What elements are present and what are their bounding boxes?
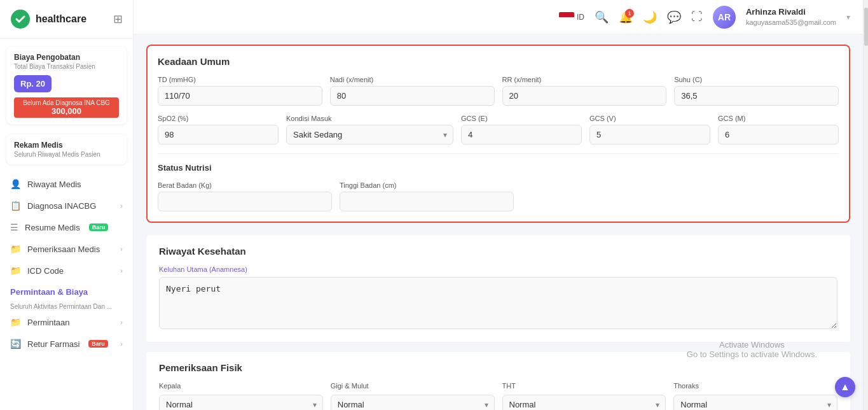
sidebar-logo: healthcare ⊞ <box>0 0 133 39</box>
new-badge-red: Baru <box>88 340 108 348</box>
folder-icon: 📋 <box>10 201 21 211</box>
nav-label: Diagnosa INACBG <box>27 201 96 211</box>
riwayat-kesehatan-section: Riwayat Kesehatan Keluhan Utama (Anamnes… <box>146 236 850 342</box>
gcs-e-label: GCS (E) <box>461 115 582 122</box>
gcs-e-group: GCS (E) <box>461 115 582 145</box>
dark-mode-icon[interactable]: 🌙 <box>643 10 657 24</box>
diagnosa-amount: 300,000 <box>19 106 114 116</box>
tinggi-input[interactable] <box>340 192 514 211</box>
nav-label: Retur Farmasi <box>27 339 79 349</box>
tinggi-label: Tinggi Badan (cm) <box>340 181 514 189</box>
nadi-label: Nadi (x/menit) <box>330 76 495 83</box>
list-icon: ☰ <box>10 222 18 232</box>
fullscreen-icon[interactable]: ⛶ <box>691 10 703 24</box>
user-info: Arhinza Rivaldi kaguyasama535@gmail.com <box>746 7 836 27</box>
rr-input[interactable] <box>502 86 667 106</box>
kepala-label: Kepala <box>159 382 323 390</box>
sidebar-item-permintaan[interactable]: 📁 Permintaan › <box>0 311 133 333</box>
sidebar-item-icd-code[interactable]: 📁 ICD Code › <box>0 260 133 281</box>
avatar[interactable]: AR <box>713 6 736 29</box>
gcs-v-input[interactable] <box>589 125 710 145</box>
tht-group: THT Normal Tidak Normal <box>502 382 666 410</box>
kepala-select[interactable]: Normal Tidak Normal <box>159 395 323 410</box>
scroll-to-top-button[interactable]: ▲ <box>835 377 855 397</box>
nav-label: Riwayat Medis <box>27 180 81 189</box>
chevron-right-icon: › <box>120 340 123 348</box>
spo2-label: SpO2 (%) <box>158 115 279 122</box>
kondisi-select-wrapper: Sakit Sedang Sakit Ringan Sakit Berat <box>286 125 453 145</box>
diagnosa-label: Belum Ada Diagnosa INA CBG 300,000 <box>14 97 119 118</box>
keadaan-umum-section: Keadaan Umum TD (mmHG) Nadi (x/menit) RR… <box>146 45 850 223</box>
sidebar-item-riwayat-medis[interactable]: 👤 Riwayat Medis <box>0 173 133 195</box>
thoraks-group: Thoraks Normal Tidak Normal <box>673 382 837 410</box>
td-input[interactable] <box>158 86 322 106</box>
rekam-subtitle: Seluruh Riwayat Medis Pasien <box>14 151 119 158</box>
lang-label: ID <box>577 13 584 22</box>
scrollbar[interactable] <box>863 0 868 410</box>
person-icon: 👤 <box>10 179 21 189</box>
notification-icon[interactable]: 🔔 1 <box>619 10 633 24</box>
gcs-m-label: GCS (M) <box>718 115 839 122</box>
biaya-subtitle: Total Biaya Transaksi Pasien <box>14 63 119 70</box>
user-name: Arhinza Rivaldi <box>746 7 836 18</box>
keluhan-label: Keluhan Utama (Anamnesa) <box>159 265 837 273</box>
keadaan-umum-title: Keadaan Umum <box>158 56 839 67</box>
logo-icon <box>10 9 31 29</box>
sidebar-item-permintaan-biaya[interactable]: Permintaan & Biaya Seluruh Aktivitas Per… <box>0 281 133 311</box>
chat-icon[interactable]: 💬 <box>667 10 681 24</box>
sidebar-item-resume-medis[interactable]: ☰ Resume Medis Baru <box>0 216 133 238</box>
keluhan-textarea[interactable]: Nyeri perut <box>159 277 837 329</box>
gcs-m-input[interactable] <box>718 125 839 145</box>
tht-select[interactable]: Normal Tidak Normal <box>502 395 666 410</box>
kondisi-group: Kondisi Masuk Sakit Sedang Sakit Ringan … <box>286 115 453 145</box>
gigi-mulut-select-wrapper: Normal Tidak Normal <box>331 395 495 410</box>
thoraks-select-wrapper: Normal Tidak Normal <box>673 395 837 410</box>
language-selector[interactable]: ID <box>559 12 584 22</box>
folder2-icon: 📁 <box>10 244 21 254</box>
sidebar: healthcare ⊞ Biaya Pengobatan Total Biay… <box>0 0 134 410</box>
berat-label: Berat Badan (Kg) <box>158 181 332 189</box>
biaya-pengobatan-card: Biaya Pengobatan Total Biaya Transaksi P… <box>6 46 127 124</box>
permintaan-biaya-label: Permintaan & Biaya <box>10 287 88 297</box>
gigi-mulut-select[interactable]: Normal Tidak Normal <box>331 395 495 410</box>
berat-input[interactable] <box>158 192 332 211</box>
permintaan-biaya-subtitle: Seluruh Aktivitas Permintaan Dan ... <box>10 303 112 310</box>
main-wrapper: ID 🔍 🔔 1 🌙 💬 ⛶ AR Arhinza Rivaldi kaguya… <box>134 0 863 410</box>
nadi-input[interactable] <box>330 86 495 106</box>
sidebar-item-diagnosa-inacbg[interactable]: 📋 Diagnosa INACBG › <box>0 195 133 216</box>
nadi-group: Nadi (x/menit) <box>330 76 495 106</box>
sidebar-nav: 👤 Riwayat Medis 📋 Diagnosa INACBG › ☰ Re… <box>0 169 133 358</box>
gcs-v-group: GCS (V) <box>589 115 710 145</box>
spo2-group: SpO2 (%) <box>158 115 279 145</box>
biaya-amount: Rp. 20 <box>14 75 52 92</box>
gcs-m-group: GCS (M) <box>718 115 839 145</box>
tht-label: THT <box>502 382 666 390</box>
spo2-input[interactable] <box>158 125 279 145</box>
vitals-row2-grid: SpO2 (%) Kondisi Masuk Sakit Sedang Saki… <box>158 115 839 145</box>
suhu-label: Suhu (C) <box>674 76 839 83</box>
suhu-input[interactable] <box>674 86 839 106</box>
sidebar-item-pemeriksaan-medis[interactable]: 📁 Pemeriksaan Medis › <box>0 238 133 260</box>
nav-label: Pemeriksaan Medis <box>27 244 100 254</box>
td-label: TD (mmHG) <box>158 76 322 83</box>
rr-label: RR (x/menit) <box>502 76 667 83</box>
new-badge: Baru <box>89 223 109 231</box>
biaya-title: Biaya Pengobatan <box>14 53 119 62</box>
chevron-right-icon: › <box>120 267 123 274</box>
thoraks-select[interactable]: Normal Tidak Normal <box>673 395 837 410</box>
rr-group: RR (x/menit) <box>502 76 667 106</box>
grid-icon[interactable]: ⊞ <box>113 12 123 26</box>
pemeriksaan-fisik-section: Pemeriksaan Fisik Kepala Normal Tidak No… <box>146 352 850 410</box>
sidebar-item-retur-farmasi[interactable]: 🔄 Retur Farmasi Baru › <box>0 333 133 355</box>
berat-group: Berat Badan (Kg) <box>158 181 332 211</box>
kepala-select-wrapper: Normal Tidak Normal <box>159 395 323 410</box>
nav-label: ICD Code <box>27 266 64 276</box>
flag-icon <box>559 12 574 22</box>
scrollbar-thumb[interactable] <box>864 8 868 46</box>
kondisi-select[interactable]: Sakit Sedang Sakit Ringan Sakit Berat <box>286 125 453 145</box>
search-icon[interactable]: 🔍 <box>595 10 609 24</box>
riwayat-title: Riwayat Kesehatan <box>159 246 837 257</box>
gcs-e-input[interactable] <box>461 125 582 145</box>
user-dropdown-icon[interactable]: ▾ <box>846 13 850 22</box>
topnav: ID 🔍 🔔 1 🌙 💬 ⛶ AR Arhinza Rivaldi kaguya… <box>134 0 863 34</box>
